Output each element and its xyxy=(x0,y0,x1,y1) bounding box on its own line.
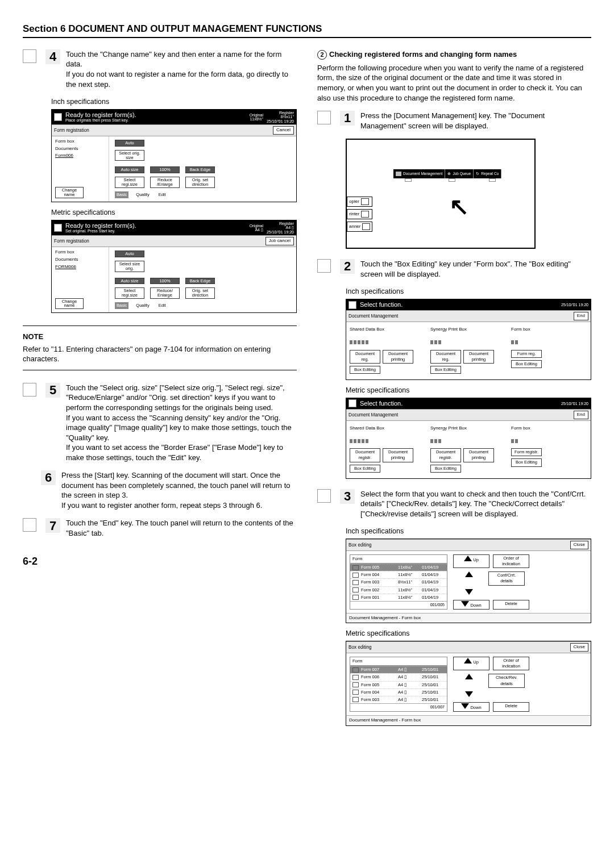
check-rev-details-button[interactable]: Check/Rev. details xyxy=(488,674,525,687)
scanner-button[interactable]: anner xyxy=(347,222,372,232)
select-orig-size-button[interactable]: Select orig. size xyxy=(115,150,144,161)
back-edge-button[interactable]: Back Edge xyxy=(185,278,215,285)
delete-button[interactable]: Delete xyxy=(493,600,529,610)
auto-size-button[interactable]: Auto size xyxy=(115,278,144,285)
tab-edit[interactable]: Edit xyxy=(157,302,168,309)
tab-quality[interactable]: Quality xyxy=(134,302,151,309)
orig-set-direction-button[interactable]: Orig. set direction xyxy=(185,177,215,188)
col-head: Form box xyxy=(511,327,587,333)
list-item[interactable]: Form box xyxy=(55,139,106,145)
note-block: NOTE Refer to "11. Entering characters" … xyxy=(23,326,297,370)
form-registr-button[interactable]: Form registr. xyxy=(511,448,542,456)
doc-reg-button[interactable]: Document reg. xyxy=(350,350,380,364)
order-button[interactable]: Order of indication xyxy=(493,657,529,670)
form-icon xyxy=(352,697,359,702)
form-reg-button[interactable]: Form reg. xyxy=(511,350,542,358)
table-row[interactable]: Form 0038½x11"01/04/19 xyxy=(350,578,447,586)
job-cancel-button[interactable]: Job cancel xyxy=(265,237,294,245)
page-number: 6-2 xyxy=(23,554,297,568)
doc-registr-button[interactable]: Document registr. xyxy=(430,448,461,462)
hundred-button[interactable]: 100% xyxy=(150,166,180,173)
step-number: 6 xyxy=(41,470,56,485)
order-button[interactable]: Order of indication xyxy=(493,554,529,568)
printer-button[interactable]: rinter xyxy=(347,209,372,219)
box-editing-button[interactable]: Box Editing xyxy=(350,465,380,473)
table-row[interactable]: Form 00111x8½"01/04/19 xyxy=(350,594,447,601)
up-button[interactable]: Up xyxy=(453,554,489,568)
list-item[interactable]: Documents xyxy=(55,257,106,263)
table-row[interactable]: Form 003A4 ▯25/10/01 xyxy=(350,696,447,703)
triangle-down-icon[interactable] xyxy=(465,589,473,595)
select-size-orig-button[interactable]: Select size orig. xyxy=(115,261,144,272)
tab-form-registration[interactable]: Form registration xyxy=(54,127,89,133)
conf-crrt-details-button[interactable]: Conf/Crrt. details xyxy=(488,571,525,585)
reduce-enlarge-button[interactable]: Reduce/ Enlarge xyxy=(150,287,180,299)
triangle-up-icon[interactable] xyxy=(465,674,473,679)
doc-mgmt-label[interactable]: Document Management xyxy=(403,172,442,177)
screen-subtitle: Place originals then press Start key. xyxy=(65,118,246,122)
table-row[interactable]: Form 007A4 ▯25/10/01 xyxy=(350,666,447,673)
end-button[interactable]: End xyxy=(574,411,588,419)
job-queue-label[interactable]: Job Queue xyxy=(453,172,471,177)
doc-reg-button[interactable]: Document reg. xyxy=(430,350,461,364)
select-regi-size-button[interactable]: Select regi.size xyxy=(115,287,144,299)
repeat-copy-label[interactable]: Repeat Co xyxy=(481,172,499,177)
close-button[interactable]: Close xyxy=(570,541,588,549)
label: Up xyxy=(473,660,479,665)
table-row[interactable]: Form 00511x8¼"01/04/19 xyxy=(350,564,447,571)
change-name-button[interactable]: Change name xyxy=(55,187,84,198)
triangle-down-icon xyxy=(461,703,469,709)
tab-basic[interactable]: Basic xyxy=(115,191,128,198)
list-item[interactable]: FORM006 xyxy=(55,264,106,270)
table-row[interactable]: Form 004A4 ▯25/10/01 xyxy=(350,688,447,696)
doc-print-button[interactable]: Document printing xyxy=(463,448,494,462)
close-button[interactable]: Close xyxy=(570,643,588,652)
down-button[interactable]: Down xyxy=(453,702,489,712)
table-row[interactable]: Form 00411x8½"01/04/19 xyxy=(350,571,447,578)
note-heading: NOTE xyxy=(23,332,297,342)
box-editing-button[interactable]: Box Editing xyxy=(430,465,461,473)
auto-size-button[interactable]: Auto size xyxy=(115,166,144,173)
step-text: Select the form that you want to check a… xyxy=(360,489,591,519)
list-item[interactable]: Form006 xyxy=(55,153,106,159)
label: rinter xyxy=(349,211,359,218)
cancel-button[interactable]: Cancel xyxy=(273,126,294,135)
list-panel: Form box Documents Form006 Change name xyxy=(52,136,109,202)
back-edge-button[interactable]: Back Edge xyxy=(185,166,215,173)
select-regi-size-button[interactable]: Select regi.size xyxy=(115,177,144,188)
change-name-button[interactable]: Change name xyxy=(55,298,84,310)
doc-print-button[interactable]: Document printing xyxy=(383,448,413,462)
tab-quality[interactable]: Quality xyxy=(134,191,151,198)
box-editing-button[interactable]: Box Editing xyxy=(511,458,542,466)
list-item[interactable]: Form box xyxy=(55,249,106,256)
doc-print-button[interactable]: Document printing xyxy=(463,350,494,364)
form-name: Form 006 xyxy=(361,674,396,680)
box-editing-button[interactable]: Box Editing xyxy=(430,366,461,374)
table-row[interactable]: Form 00211x8½"01/04/19 xyxy=(350,586,447,594)
list-item[interactable]: Documents xyxy=(55,146,106,152)
auto-button[interactable]: Auto xyxy=(115,251,144,257)
reg-label: Register xyxy=(267,222,294,226)
box-editing-button[interactable]: Box Editing xyxy=(350,366,380,374)
up-button[interactable]: Up xyxy=(453,657,489,670)
triangle-down-icon[interactable] xyxy=(465,691,473,697)
hundred-button[interactable]: 100% xyxy=(150,278,180,285)
tab-basic[interactable]: Basic xyxy=(115,302,128,309)
delete-button[interactable]: Delete xyxy=(493,702,529,712)
end-button[interactable]: End xyxy=(574,312,588,320)
tab-doc-mgmt[interactable]: Document Management xyxy=(349,412,398,418)
tab-form-registration[interactable]: Form registration xyxy=(54,238,89,244)
table-row[interactable]: Form 005A4 ▯25/10/01 xyxy=(350,681,447,688)
table-row[interactable]: Form 006A4 ▯25/10/01 xyxy=(350,673,447,681)
down-button[interactable]: Down xyxy=(453,600,489,610)
auto-button[interactable]: Auto xyxy=(115,140,144,147)
tab-edit[interactable]: Edit xyxy=(157,191,168,198)
copier-button[interactable]: opier xyxy=(347,197,372,207)
tab-doc-mgmt[interactable]: Document Management xyxy=(349,313,398,319)
reduce-enlarge-button[interactable]: Reduce /Enlarge xyxy=(150,177,180,188)
box-editing-button[interactable]: Box Editing xyxy=(511,360,542,368)
doc-registr-button[interactable]: Document registr. xyxy=(350,448,380,462)
doc-print-button[interactable]: Document printing xyxy=(383,350,413,364)
orig-set-direction-button[interactable]: Orig. set direction xyxy=(185,287,215,299)
triangle-up-icon[interactable] xyxy=(465,571,473,577)
